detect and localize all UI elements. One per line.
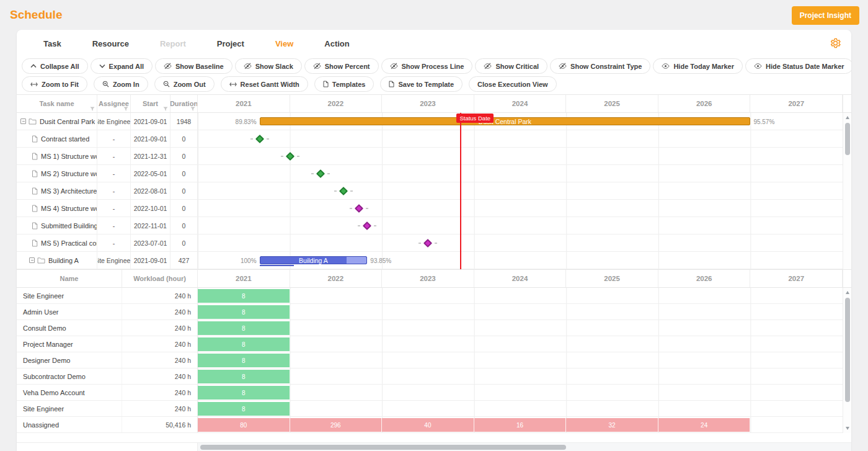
baseline-bar — [260, 265, 294, 266]
resource-name-cell: Site Engineer — [17, 288, 122, 303]
project-insight-button[interactable]: Project Insight — [792, 6, 859, 25]
milestone-diamond[interactable] — [316, 169, 325, 177]
scroll-up-icon[interactable] — [846, 291, 849, 294]
button-label: Show Slack — [255, 63, 293, 70]
allocation-cell[interactable]: 8 — [198, 337, 290, 351]
allocation-cell[interactable]: 16 — [474, 418, 567, 432]
hide-status-date-marker-button[interactable]: Hide Status Date Marker — [745, 58, 851, 74]
timeline-cell: 8 — [198, 304, 843, 319]
milestone-diamond[interactable] — [363, 221, 371, 230]
task-name-cell[interactable]: Dusit Central Park — [17, 113, 97, 130]
milestone-handle — [334, 190, 337, 192]
duration-cell: 0 — [170, 200, 198, 217]
allocation-cell[interactable]: 8 — [198, 305, 290, 319]
tab-resource[interactable]: Resource — [77, 31, 144, 56]
tab-report[interactable]: Report — [144, 31, 202, 56]
task-name-cell[interactable]: MS 1) Structure work Flo — [17, 148, 97, 164]
folder-icon — [29, 118, 37, 125]
allocation-cell[interactable]: 32 — [566, 418, 658, 432]
task-name-cell[interactable]: MS 3) Architecture work I — [17, 182, 97, 199]
filter-icon[interactable] — [123, 107, 128, 111]
allocation-cell[interactable]: 80 — [198, 418, 290, 432]
filter-icon[interactable] — [90, 107, 95, 111]
task-name-cell[interactable]: MS 2) Structure work of F — [17, 165, 97, 182]
tab-project[interactable]: Project — [202, 31, 260, 56]
toolbar-row2: Zoom to FitZoom InZoom OutReset Gantt Wi… — [20, 75, 848, 93]
button-label: Zoom to Fit — [42, 81, 79, 88]
allocation-cell[interactable]: 8 — [198, 289, 290, 303]
show-slack-button[interactable]: Show Slack — [235, 58, 302, 74]
tab-task[interactable]: Task — [28, 31, 77, 56]
year-header: 2021 — [198, 95, 290, 112]
allocation-cell[interactable]: 40 — [382, 418, 474, 432]
allocation-cell[interactable]: 24 — [658, 418, 751, 432]
task-bar[interactable]: Building A100%93.85% — [260, 256, 368, 264]
milestone-diamond[interactable] — [339, 186, 348, 195]
tab-view[interactable]: View — [260, 31, 309, 56]
zoom-to-fit-button[interactable]: Zoom to Fit — [22, 76, 87, 92]
resource-row: Site Engineer240 h8 — [17, 401, 843, 417]
task-name-cell[interactable]: Contract started — [17, 130, 97, 147]
duration-cell: 0 — [170, 217, 198, 234]
button-label: Expand All — [109, 63, 144, 70]
resource-name-cell: Veha Demo Account — [17, 385, 122, 400]
eye-off-icon — [390, 63, 398, 69]
close-execution-view-button[interactable]: Close Execution View — [469, 76, 557, 92]
filter-icon[interactable] — [190, 107, 195, 111]
collapse-all-button[interactable]: Collapse All — [22, 58, 88, 74]
milestone-diamond[interactable] — [423, 238, 432, 247]
duration-cell: 0 — [170, 130, 198, 147]
milestone-handle — [435, 243, 437, 244]
show-baseline-button[interactable]: Show Baseline — [155, 58, 232, 74]
show-process-line-button[interactable]: Show Process Line — [381, 58, 473, 74]
horizontal-scrollbar[interactable] — [17, 442, 851, 451]
task-bar[interactable]: Dusit Central Park89.83%95.57% — [260, 117, 751, 125]
collapse-toggle-icon[interactable] — [20, 118, 26, 124]
resource-vertical-scrollbar[interactable] — [843, 288, 851, 433]
scrollbar-thumb[interactable] — [845, 298, 850, 402]
milestone-diamond[interactable] — [355, 203, 363, 212]
gantt-vertical-scrollbar[interactable] — [843, 113, 851, 269]
milestone-diamond[interactable] — [255, 134, 264, 143]
milestone-diamond[interactable] — [285, 151, 294, 160]
settings-gear-icon[interactable] — [830, 37, 841, 49]
tab-action[interactable]: Action — [309, 31, 365, 56]
hscroll-track[interactable] — [198, 443, 851, 451]
task-name-cell[interactable]: MS 4) Structure work Bui — [17, 200, 97, 217]
column-header-assignee: Assignee — [97, 95, 131, 112]
eye-icon — [754, 63, 762, 69]
reset-gantt-width-button[interactable]: Reset Gantt Width — [221, 76, 308, 92]
allocation-cell[interactable]: 8 — [198, 370, 290, 383]
task-name-cell[interactable]: Submitted Building Aor.6 — [17, 217, 97, 234]
h-arrows-icon — [30, 82, 38, 87]
scrollbar-thumb[interactable] — [845, 123, 850, 155]
timeline-cell: 8029640163224 — [198, 417, 843, 432]
allocation-cell[interactable]: 8 — [198, 321, 290, 335]
filter-icon[interactable] — [163, 107, 168, 111]
start-cell: 2022-11-01 — [131, 217, 170, 234]
show-constraint-type-button[interactable]: Show Constraint Type — [550, 58, 650, 74]
hide-today-marker-button[interactable]: Hide Today Marker — [653, 58, 743, 74]
collapse-toggle-icon[interactable] — [29, 257, 35, 263]
save-to-template-button[interactable]: Save to Template — [380, 76, 463, 92]
show-critical-button[interactable]: Show Critical — [475, 58, 547, 74]
hscroll-thumb[interactable] — [200, 445, 566, 450]
task-name: Dusit Central Park — [40, 118, 95, 125]
allocation-cell[interactable]: 8 — [198, 386, 290, 400]
allocation-cell[interactable]: 8 — [198, 354, 290, 367]
allocation-cell[interactable]: 8 — [198, 402, 290, 416]
templates-button[interactable]: Templates — [314, 76, 374, 92]
show-percent-button[interactable]: Show Percent — [304, 58, 379, 74]
zoom-in-button[interactable]: Zoom In — [94, 76, 148, 92]
task-name: Building A — [48, 257, 79, 264]
scroll-down-icon[interactable] — [846, 427, 849, 430]
task-name-cell[interactable]: MS 5) Practical complete — [17, 234, 97, 251]
allocation-cell[interactable]: 296 — [290, 418, 383, 432]
page-header: Schedule Project Insight — [0, 0, 868, 30]
expand-all-button[interactable]: Expand All — [91, 58, 153, 74]
gantt-year-row: 2021202220232024202520262027 — [198, 95, 843, 112]
task-name-cell[interactable]: Building A — [17, 252, 97, 269]
zoom-out-button[interactable]: Zoom Out — [154, 76, 215, 92]
resource-year-row: 2021202220232024202520262027 — [198, 270, 843, 287]
scroll-up-icon[interactable] — [846, 116, 849, 119]
